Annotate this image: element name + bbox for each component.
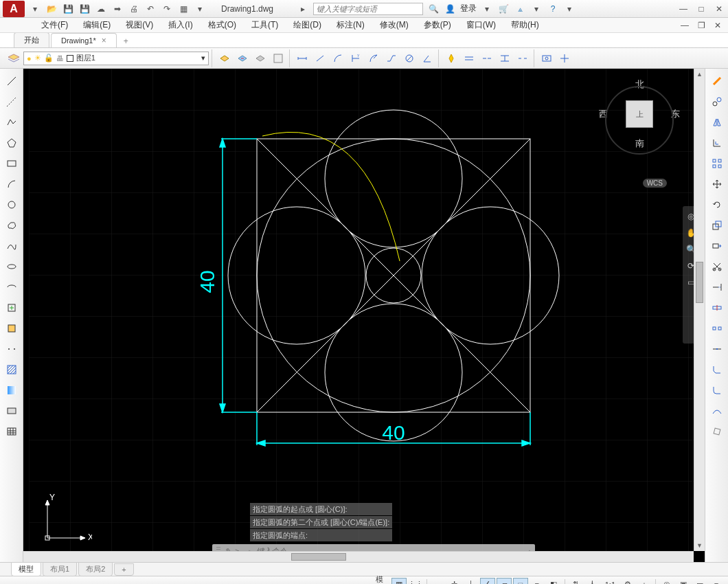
redo-icon[interactable]: ↷ (161, 3, 173, 15)
status-annotation-monitor-icon[interactable]: + (637, 578, 652, 585)
spline-icon[interactable] (2, 236, 21, 256)
status-transparency-icon[interactable]: ◧ (546, 578, 561, 585)
polyline-icon[interactable] (2, 113, 21, 132)
maximize-button[interactable]: □ (695, 3, 707, 14)
status-dynamic-input-icon[interactable]: ✛ (447, 578, 462, 585)
login-dropdown-icon[interactable]: ▾ (481, 3, 493, 15)
explode-icon[interactable] (707, 422, 727, 441)
menu-edit[interactable]: 编辑(E) (76, 18, 117, 32)
layer-isolate-icon[interactable] (252, 50, 269, 67)
revision-cloud-icon[interactable] (2, 216, 21, 235)
polygon-icon[interactable] (2, 133, 21, 153)
dim-diameter-icon[interactable] (401, 50, 418, 67)
menu-help[interactable]: 帮助(H) (504, 18, 546, 32)
tolerance-icon[interactable] (538, 50, 555, 67)
menu-insert[interactable]: 插入(I) (161, 18, 199, 32)
move-icon[interactable] (707, 175, 727, 194)
line-icon[interactable] (2, 71, 21, 91)
status-isolate-icon[interactable]: ◎ (659, 578, 674, 585)
status-polar-icon[interactable]: ∠ (480, 578, 495, 585)
stretch-icon[interactable] (707, 236, 727, 256)
status-cycling-icon[interactable]: ⇅ (569, 578, 584, 585)
dim-angular-icon[interactable] (419, 50, 435, 67)
tab-add-button[interactable]: + (118, 35, 134, 47)
cart-icon[interactable]: 🛒 (497, 3, 510, 15)
hatch-icon[interactable] (2, 360, 21, 379)
cloud-save-icon[interactable]: ☁ (95, 3, 107, 15)
drawing-canvas[interactable]: 40 40 X Y 北 西 上 东 (23, 69, 705, 562)
undo-icon[interactable]: ↶ (144, 3, 157, 15)
status-lineweight-icon[interactable]: ≡ (530, 578, 545, 585)
status-model-button[interactable]: 模型 (375, 578, 390, 585)
dim-space-icon[interactable] (497, 50, 513, 67)
menu-modify[interactable]: 修改(M) (373, 18, 416, 32)
new-icon[interactable]: ▾ (29, 3, 41, 15)
scroll-down-icon[interactable]: ▼ (694, 540, 705, 551)
dim-radius-icon[interactable] (365, 50, 382, 67)
status-clean-screen-icon[interactable]: ▭ (692, 578, 707, 585)
break-at-point-icon[interactable] (707, 298, 727, 317)
menu-window[interactable]: 窗口(W) (459, 18, 503, 32)
circle-icon[interactable] (2, 195, 21, 214)
tab-layout1[interactable]: 布局1 (43, 562, 77, 576)
layer-properties-icon[interactable] (5, 50, 22, 67)
scale-icon[interactable] (707, 216, 727, 235)
share-dropdown-icon[interactable]: ▾ (530, 3, 543, 15)
menu-parametric[interactable]: 参数(P) (417, 18, 458, 32)
gradient-icon[interactable] (2, 381, 21, 400)
dim-break-icon[interactable] (514, 50, 531, 67)
vertical-scrollbar[interactable]: ▲ ▼ (694, 69, 705, 551)
status-infer-icon[interactable]: ⌐ (431, 578, 446, 585)
layer-match-icon[interactable] (216, 50, 233, 67)
user-icon[interactable]: 👤 (444, 3, 456, 15)
point-icon[interactable] (2, 339, 21, 359)
menu-draw[interactable]: 绘图(D) (286, 18, 328, 32)
tab-layout2[interactable]: 布局2 (78, 562, 113, 576)
tab-layout-add[interactable]: + (114, 563, 133, 576)
break-icon[interactable] (707, 319, 727, 338)
help-dropdown-icon[interactable]: ▾ (563, 3, 576, 15)
close-button[interactable]: ✕ (713, 3, 725, 14)
layer-combo[interactable]: ● ☀ 🔓 🖶 图层1 ▾ (23, 52, 209, 65)
search-input[interactable] (313, 3, 423, 15)
dim-aligned-icon[interactable] (312, 50, 328, 67)
region-icon[interactable] (2, 401, 21, 420)
viewcube[interactable]: 北 西 上 东 南 (595, 76, 684, 172)
menu-dimension[interactable]: 标注(N) (330, 18, 372, 32)
erase-icon[interactable] (707, 71, 727, 91)
export-icon[interactable]: ➡ (111, 3, 124, 15)
dim-baseline-icon[interactable] (461, 50, 477, 67)
table-icon[interactable] (2, 422, 21, 441)
status-hardware-accel-icon[interactable]: ▣ (676, 578, 691, 585)
status-scale[interactable]: 1:1 (602, 578, 619, 585)
menu-file[interactable]: 文件(F) (34, 18, 75, 32)
status-workspace-icon[interactable]: ⚙ (620, 578, 635, 585)
blend-curves-icon[interactable] (707, 401, 727, 420)
app-logo[interactable]: A (3, 1, 25, 17)
layer-dropdown-icon[interactable]: ▾ (201, 54, 205, 63)
fillet-icon[interactable] (707, 381, 727, 400)
open-icon[interactable]: 📂 (45, 3, 58, 15)
wcs-badge[interactable]: WCS (643, 179, 667, 188)
share-icon[interactable]: ⟁ (514, 3, 526, 15)
status-snap-icon[interactable]: ⋮⋮ (408, 578, 423, 585)
status-isodraft-icon[interactable]: ▱ (497, 578, 512, 585)
extend-icon[interactable] (707, 278, 727, 297)
offset-icon[interactable] (707, 133, 727, 153)
saveas-icon[interactable]: 💾 (78, 3, 91, 15)
array-icon[interactable] (707, 154, 727, 173)
chamfer-icon[interactable] (707, 360, 727, 379)
menu-tools[interactable]: 工具(T) (244, 18, 285, 32)
doc-minimize-button[interactable]: — (679, 20, 691, 31)
make-block-icon[interactable] (2, 319, 21, 338)
save-icon[interactable]: 💾 (62, 3, 74, 15)
tab-drawing1[interactable]: Drawing1* × (51, 33, 117, 47)
status-annotation-scale-icon[interactable]: 人 (585, 578, 600, 585)
layer-state-icon[interactable] (270, 50, 286, 67)
trim-icon[interactable] (707, 257, 727, 276)
print-icon[interactable]: 🖨 (128, 3, 140, 15)
dim-ordinate-icon[interactable]: Y (348, 50, 364, 67)
dim-linear-icon[interactable] (294, 50, 310, 67)
menu-format[interactable]: 格式(O) (201, 18, 243, 32)
workspace-icon[interactable]: ▦ (177, 3, 190, 15)
